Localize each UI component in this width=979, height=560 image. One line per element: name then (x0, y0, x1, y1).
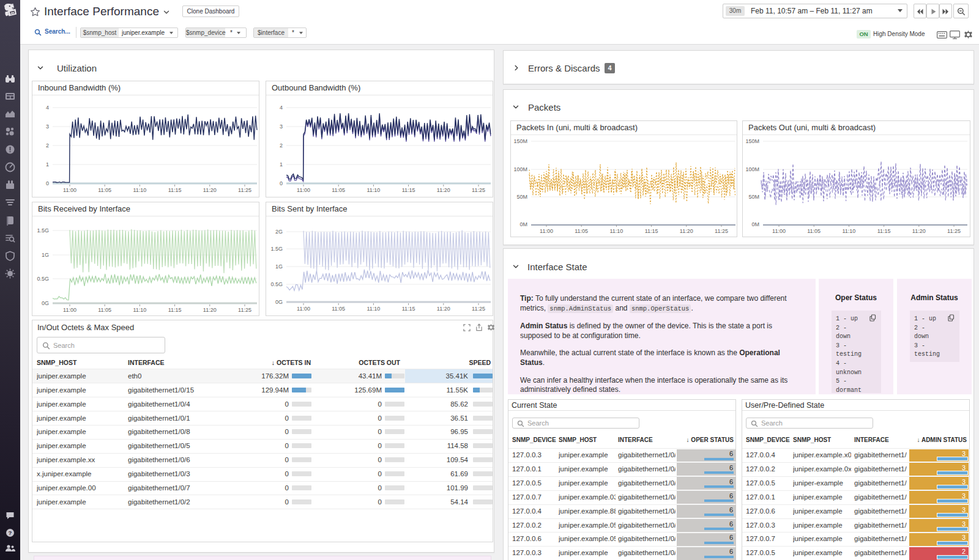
svg-text:11:05: 11:05 (98, 187, 111, 193)
svg-text:0G: 0G (275, 299, 283, 305)
svg-text:11:10: 11:10 (367, 187, 380, 193)
svg-text:11:05: 11:05 (98, 307, 111, 313)
svg-text:50M: 50M (516, 194, 527, 200)
svg-text:1G: 1G (275, 263, 283, 270)
svg-text:50M: 50M (748, 194, 759, 200)
svg-text:1: 1 (280, 161, 283, 168)
svg-text:11:20: 11:20 (437, 187, 450, 193)
svg-text:2: 2 (46, 142, 49, 149)
svg-text:4: 4 (280, 105, 283, 111)
svg-text:11:25: 11:25 (715, 228, 728, 234)
svg-text:0.5G: 0.5G (37, 276, 49, 282)
svg-text:1G: 1G (42, 252, 49, 258)
svg-text:0: 0 (280, 180, 283, 186)
svg-text:1.5G: 1.5G (270, 246, 283, 252)
svg-text:150M: 150M (513, 138, 527, 144)
svg-text:11:05: 11:05 (332, 187, 345, 193)
svg-text:2G: 2G (275, 229, 283, 235)
svg-text:0.5G: 0.5G (270, 281, 283, 287)
svg-text:11:15: 11:15 (168, 307, 182, 313)
svg-text:11:00: 11:00 (297, 187, 310, 193)
svg-text:11:20: 11:20 (437, 306, 450, 312)
svg-text:4: 4 (46, 105, 49, 111)
svg-text:11:00: 11:00 (63, 187, 76, 193)
svg-text:11:20: 11:20 (203, 187, 217, 193)
svg-text:11:00: 11:00 (63, 307, 76, 313)
svg-text:0: 0 (46, 180, 49, 186)
svg-text:11:05: 11:05 (575, 228, 588, 234)
svg-text:11:05: 11:05 (332, 306, 345, 312)
svg-text:11:15: 11:15 (168, 187, 182, 193)
svg-text:11:00: 11:00 (772, 228, 786, 234)
svg-text:11:10: 11:10 (367, 306, 380, 312)
svg-text:1.5G: 1.5G (37, 227, 49, 234)
svg-text:11:15: 11:15 (877, 228, 891, 234)
svg-text:150M: 150M (745, 138, 759, 144)
svg-text:11:20: 11:20 (680, 228, 693, 234)
svg-text:11:25: 11:25 (238, 307, 251, 313)
svg-text:11:10: 11:10 (842, 228, 855, 234)
svg-text:?: ? (9, 529, 12, 536)
svg-text:11:15: 11:15 (645, 228, 658, 234)
svg-text:100M: 100M (513, 166, 527, 172)
svg-text:100M: 100M (745, 166, 759, 172)
svg-text:2: 2 (280, 142, 283, 149)
svg-text:11:25: 11:25 (238, 187, 251, 193)
svg-text:3: 3 (46, 123, 49, 130)
svg-text:11:15: 11:15 (402, 187, 415, 193)
svg-text:11:05: 11:05 (807, 228, 821, 234)
svg-text:11:25: 11:25 (472, 306, 485, 312)
svg-text:11:25: 11:25 (947, 228, 961, 234)
svg-text:11:10: 11:10 (133, 307, 146, 313)
svg-text:0M: 0M (751, 221, 759, 227)
svg-text:11:25: 11:25 (472, 187, 485, 193)
svg-text:11:00: 11:00 (540, 228, 553, 234)
svg-text:11:20: 11:20 (203, 307, 217, 313)
svg-text:3: 3 (280, 123, 283, 130)
svg-text:11:10: 11:10 (609, 228, 623, 234)
svg-text:11:10: 11:10 (133, 187, 146, 193)
svg-text:1: 1 (46, 161, 49, 168)
svg-text:0G: 0G (42, 300, 49, 306)
svg-text:0M: 0M (519, 221, 527, 227)
svg-text:11:00: 11:00 (297, 306, 310, 312)
svg-text:11:15: 11:15 (402, 306, 415, 312)
svg-text:11:20: 11:20 (912, 228, 926, 234)
